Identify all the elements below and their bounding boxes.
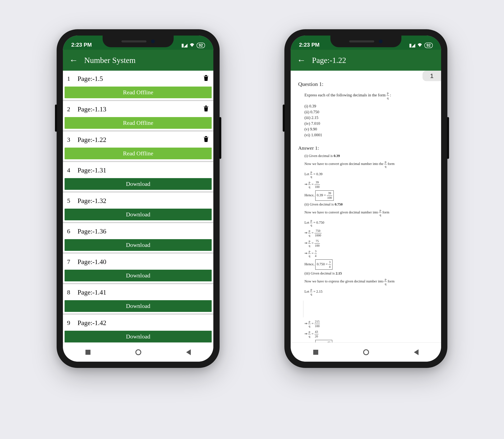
page-card: 6Page:-1.36Download <box>63 223 213 253</box>
nav-recent-icon[interactable] <box>313 350 318 355</box>
page-card-header[interactable]: 1Page:-1.5 <box>63 71 213 86</box>
download-button[interactable]: Download <box>65 331 212 342</box>
page-index: 6 <box>67 228 75 235</box>
question-text: Express each of the following decimals i… <box>298 91 433 100</box>
nav-home-icon[interactable] <box>363 349 369 355</box>
page-index: 9 <box>67 319 75 326</box>
page-label: Page:-1.42 <box>75 319 209 327</box>
answer-line: Let pq = 2.15 <box>304 287 433 296</box>
page-card-header[interactable]: 2Page:-1.13 <box>63 101 213 117</box>
trash-icon[interactable] <box>203 135 209 144</box>
answer-line: ⇒ pq = 34 <box>304 249 433 258</box>
download-button[interactable]: Download <box>65 209 212 220</box>
page-title: Page:-1.22 <box>312 56 346 65</box>
status-time: 2:23 PM <box>299 42 320 48</box>
screen: 2:23 PM ▮◢ 92 ← Page:-1.22 1 Question 1:… <box>291 36 441 362</box>
wifi-icon <box>190 43 194 48</box>
question-parts-list: (i) 0.39(ii) 0.750(iii) 2.15(iv) 7.010(v… <box>298 103 433 138</box>
phone-device-left: 2:23 PM ▮◢ 92 ← Number System 1Page:-1.5… <box>57 29 220 368</box>
page-label: Page:-1.5 <box>75 75 203 83</box>
download-button[interactable]: Download <box>65 239 212 251</box>
status-icons: ▮◢ 92 <box>181 43 205 48</box>
page-index: 5 <box>67 197 75 204</box>
page-label: Page:-1.32 <box>75 197 209 205</box>
page-title: Number System <box>84 56 136 65</box>
read-offline-button[interactable]: Read Offline <box>65 117 212 129</box>
question-part: (ii) 0.750 <box>304 109 433 115</box>
question-part: (vi) 1.0001 <box>304 132 433 138</box>
page-card-header[interactable]: 5Page:-1.32 <box>63 193 213 209</box>
screen: 2:23 PM ▮◢ 92 ← Number System 1Page:-1.5… <box>63 36 213 362</box>
page-index: 7 <box>67 258 75 265</box>
back-arrow-icon[interactable]: ← <box>69 55 78 65</box>
trash-icon[interactable] <box>203 74 209 83</box>
nav-home-icon[interactable] <box>135 349 141 355</box>
page-card: 7Page:-1.40Download <box>63 254 213 283</box>
wifi-icon <box>417 43 422 48</box>
trash-icon[interactable] <box>203 105 209 113</box>
download-button[interactable]: Download <box>65 178 212 190</box>
app-header: ← Number System <box>63 50 213 71</box>
answer-line: ⇒ pq = 215100 <box>304 319 433 329</box>
document-viewer[interactable]: 1 Question 1: Express each of the follow… <box>291 71 441 342</box>
answer-line: Hence, 0.750 = 34 <box>304 259 433 270</box>
page-card: 8Page:-1.41Download <box>63 284 213 314</box>
page-index: 8 <box>67 289 75 296</box>
question-part: (iii) 2.15 <box>304 115 433 121</box>
page-card-header[interactable]: 8Page:-1.41 <box>63 284 213 300</box>
page-label: Page:-1.22 <box>75 136 203 144</box>
page-card: 2Page:-1.13Read Offline <box>63 101 213 130</box>
page-card: 3Page:-1.22Read Offline <box>63 132 213 161</box>
battery-indicator: 92 <box>197 43 205 48</box>
nav-back-icon[interactable] <box>414 349 419 355</box>
app-header: ← Page:-1.22 <box>291 50 441 71</box>
answer-line: Hence, 0.39 = 39100 <box>304 190 433 201</box>
answer-line: Now we have to convert given decimal num… <box>304 208 433 217</box>
page-card-header[interactable]: 9Page:-1.42 <box>63 315 213 331</box>
answer-line: Let pq = 0.750 <box>304 219 433 227</box>
answer-body: (i) Given decimal is 0.39 Now we have to… <box>298 153 433 342</box>
download-button[interactable]: Download <box>65 300 212 312</box>
nav-back-icon[interactable] <box>186 349 191 355</box>
phone-device-right: 2:23 PM ▮◢ 92 ← Page:-1.22 1 Question 1:… <box>284 29 447 368</box>
signal-icon: ▮◢ <box>181 43 187 48</box>
question-part: (iv) 7.010 <box>304 121 433 126</box>
phone-notch <box>103 36 174 47</box>
answer-line: (ii) Given decimal is 0.750 <box>304 202 433 207</box>
page-index: 1 <box>67 75 75 82</box>
answer-line: (iii) Given decimal is 2.15 <box>304 271 433 276</box>
page-card: 1Page:-1.5Read Offline <box>63 71 213 100</box>
page-label: Page:-1.41 <box>75 289 209 296</box>
page-card: 5Page:-1.32Download <box>63 193 213 222</box>
back-arrow-icon[interactable]: ← <box>297 55 306 65</box>
answer-line: Now we have to convert given decimal num… <box>304 160 433 169</box>
answer-line: Now we have to express the given decimal… <box>304 277 433 286</box>
page-label: Page:-1.36 <box>75 227 209 235</box>
phone-notch <box>330 36 401 47</box>
page-card-header[interactable]: 3Page:-1.22 <box>63 132 213 147</box>
android-nav-bar <box>63 342 213 362</box>
page-number-badge: 1 <box>422 71 441 81</box>
answer-line: (i) Given decimal is 0.39 <box>304 153 433 159</box>
status-icons: ▮◢ 92 <box>409 43 433 48</box>
battery-indicator: 92 <box>424 43 433 48</box>
page-card-header[interactable]: 7Page:-1.40 <box>63 254 213 270</box>
page-index: 3 <box>67 136 75 143</box>
question-part: (v) 9.90 <box>304 126 433 132</box>
page-index: 4 <box>67 167 75 174</box>
answer-line: ⇒ pq = 39100 <box>304 180 433 189</box>
download-button[interactable]: Download <box>65 270 212 281</box>
question-heading: Question 1: <box>298 81 433 87</box>
page-card-header[interactable]: 4Page:-1.31 <box>63 162 213 178</box>
answer-line: ⇒ pq = 4320 <box>304 330 433 339</box>
question-part: (i) 0.39 <box>304 103 433 109</box>
answer-line: Hence, 2.15 = 4320 <box>304 340 433 342</box>
nav-recent-icon[interactable] <box>85 350 90 355</box>
page-list[interactable]: 1Page:-1.5Read Offline2Page:-1.13Read Of… <box>63 71 213 342</box>
status-time: 2:23 PM <box>71 42 92 48</box>
read-offline-button[interactable]: Read Offline <box>65 147 212 159</box>
page-card-header[interactable]: 6Page:-1.36 <box>63 223 213 239</box>
page-index: 2 <box>67 106 75 113</box>
answer-line: Let pq = 0.39 <box>304 170 433 179</box>
read-offline-button[interactable]: Read Offline <box>65 86 212 98</box>
